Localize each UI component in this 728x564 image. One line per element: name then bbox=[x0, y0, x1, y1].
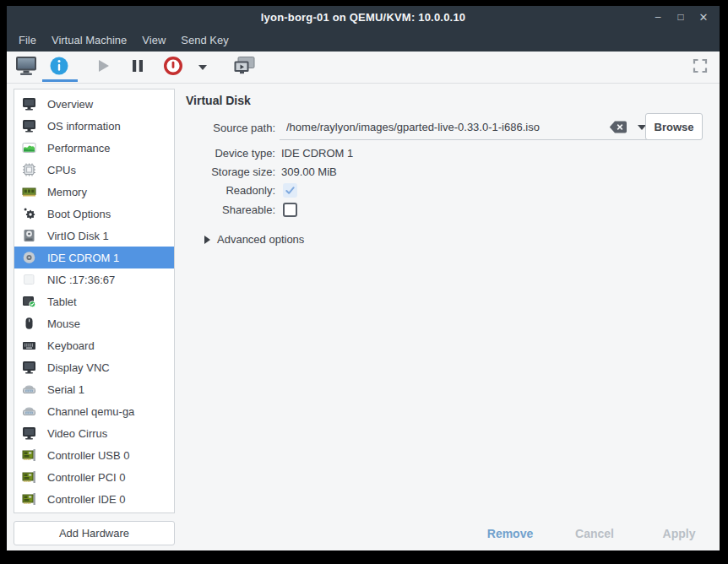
nic-faint-icon bbox=[22, 273, 36, 286]
advanced-options-expander[interactable]: Advanced options bbox=[204, 233, 304, 246]
shareable-row: Shareable: bbox=[186, 201, 297, 218]
monitor-dark-icon bbox=[22, 361, 36, 374]
shutdown-menu-button[interactable] bbox=[193, 55, 213, 80]
run-play-icon bbox=[94, 57, 112, 79]
titlebar[interactable]: lyon-borg-01 on QEMU/KVM: 10.0.0.10 – □ … bbox=[7, 6, 720, 28]
readonly-row: Readonly: bbox=[186, 182, 297, 198]
menu-virtual-machine[interactable]: Virtual Machine bbox=[44, 30, 134, 51]
sidebar-item-label: VirtIO Disk 1 bbox=[47, 230, 109, 242]
sidebar-item-label: IDE CDROM 1 bbox=[47, 252, 119, 264]
browse-button[interactable]: Browse bbox=[645, 113, 703, 140]
active-tab-underline bbox=[42, 79, 78, 82]
monitor-dark-icon bbox=[22, 426, 36, 440]
shareable-checkbox[interactable] bbox=[283, 203, 297, 217]
sidebar-item-ide-cdrom-1[interactable]: IDE CDROM 1 bbox=[14, 247, 174, 268]
sidebar-item-label: CPUs bbox=[47, 164, 76, 176]
run-button[interactable] bbox=[90, 55, 116, 80]
sidebar-item-performance[interactable]: Performance bbox=[14, 137, 174, 159]
source-path-input[interactable]: /home/raylyon/images/gparted-live-0.33.0… bbox=[280, 115, 651, 140]
advanced-options-label: Advanced options bbox=[217, 233, 304, 246]
sidebar-item-nic[interactable]: NIC :17:36:67 bbox=[14, 268, 174, 290]
maximize-button[interactable]: □ bbox=[673, 9, 688, 24]
cpu-chip-icon bbox=[22, 163, 36, 176]
sidebar-item-label: NIC :17:36:67 bbox=[47, 274, 115, 286]
shutdown-menu-caret-icon bbox=[198, 65, 207, 70]
sidebar-item-channel-qemu-ga[interactable]: Channel qemu-ga bbox=[14, 400, 174, 422]
fullscreen-icon bbox=[693, 58, 708, 77]
monitor-dark-icon bbox=[22, 97, 36, 111]
tablet-check-icon bbox=[22, 295, 36, 308]
window-controls: – □ ✕ bbox=[650, 6, 711, 28]
sidebar-item-label: Tablet bbox=[47, 296, 77, 308]
sidebar-item-overview[interactable]: Overview bbox=[14, 93, 174, 115]
sidebar-item-label: Memory bbox=[47, 186, 87, 198]
cancel-button[interactable]: Cancel bbox=[556, 523, 633, 545]
readonly-label: Readonly: bbox=[186, 184, 275, 197]
sidebar-item-boot-options[interactable]: Boot Options bbox=[14, 203, 174, 225]
vm-details-info-icon bbox=[48, 55, 70, 80]
storage-size-label: Storage size: bbox=[186, 165, 275, 178]
sidebar-item-label: OS information bbox=[47, 120, 121, 133]
hard-disk-icon bbox=[22, 229, 36, 242]
pause-button[interactable] bbox=[125, 55, 150, 80]
device-type-row: Device type: IDE CDROM 1 bbox=[186, 144, 353, 161]
menu-view[interactable]: View bbox=[134, 30, 173, 51]
fullscreen-button[interactable] bbox=[687, 55, 713, 80]
close-button[interactable]: ✕ bbox=[696, 9, 711, 24]
sidebar-item-video-cirrus[interactable]: Video Cirrus bbox=[14, 422, 174, 444]
add-hardware-button[interactable]: Add Hardware bbox=[14, 521, 175, 545]
device-type-label: Device type: bbox=[186, 147, 275, 160]
sidebar-item-display-vnc[interactable]: Display VNC bbox=[14, 356, 174, 378]
shareable-label: Shareable: bbox=[186, 203, 275, 216]
hardware-list: OverviewOS informationPerformanceCPUsMem… bbox=[14, 89, 175, 513]
menubar: File Virtual Machine View Send Key bbox=[7, 28, 720, 52]
sidebar-item-clipped-item[interactable] bbox=[14, 510, 174, 513]
sidebar-item-memory[interactable]: Memory bbox=[14, 181, 174, 203]
storage-size-value: 309.00 MiB bbox=[281, 165, 337, 178]
sidebar-item-label: Video Cirrus bbox=[47, 427, 107, 440]
show-console-button[interactable] bbox=[14, 55, 39, 80]
sidebar-item-label: Serial 1 bbox=[47, 383, 84, 396]
sidebar-item-cpus[interactable]: CPUs bbox=[14, 159, 174, 181]
sidebar-item-label: Mouse bbox=[47, 317, 80, 330]
sidebar-item-label: Channel qemu-ga bbox=[47, 405, 134, 418]
sidebar-item-label: Boot Options bbox=[47, 208, 111, 220]
console-monitor-icon bbox=[15, 56, 37, 79]
add-hardware-label: Add Hardware bbox=[59, 527, 129, 540]
window-title: lyon-borg-01 on QEMU/KVM: 10.0.0.10 bbox=[261, 11, 466, 24]
sidebar-item-virtio-disk-1[interactable]: VirtIO Disk 1 bbox=[14, 225, 174, 247]
sidebar-item-tablet[interactable]: Tablet bbox=[14, 290, 174, 312]
page-title: Virtual Disk bbox=[186, 94, 251, 107]
sidebar-item-label: Controller USB 0 bbox=[47, 449, 130, 462]
shutdown-button[interactable] bbox=[160, 55, 186, 80]
readonly-checkbox[interactable] bbox=[283, 183, 297, 198]
minimize-button[interactable]: – bbox=[650, 9, 666, 24]
sidebar-item-controller-ide-0[interactable]: Controller IDE 0 bbox=[14, 488, 174, 510]
virtual-machine-displays-button[interactable] bbox=[231, 55, 257, 80]
sidebar-item-controller-usb-0[interactable]: Controller USB 0 bbox=[14, 444, 174, 466]
toolbar bbox=[7, 52, 720, 84]
sidebar-item-label: Overview bbox=[47, 98, 93, 111]
controller-card-icon bbox=[22, 448, 36, 462]
sidebar-item-serial-1[interactable]: Serial 1 bbox=[14, 378, 174, 400]
source-path-row: Source path: /home/raylyon/images/gparte… bbox=[186, 114, 709, 141]
cdrom-disc-icon bbox=[22, 251, 36, 264]
memory-stick-icon bbox=[22, 185, 36, 198]
sidebar-item-mouse[interactable]: Mouse bbox=[14, 312, 174, 334]
menu-file[interactable]: File bbox=[11, 30, 44, 51]
sidebar-item-keyboard[interactable]: Keyboard bbox=[14, 334, 174, 356]
device-type-value: IDE CDROM 1 bbox=[281, 147, 353, 160]
remove-button[interactable]: Remove bbox=[471, 523, 549, 545]
clear-entry-icon[interactable] bbox=[609, 121, 627, 133]
sidebar-item-os-information[interactable]: OS information bbox=[14, 115, 174, 137]
gear-icon bbox=[22, 207, 36, 220]
show-hardware-details-button[interactable] bbox=[46, 55, 72, 80]
apply-button[interactable]: Apply bbox=[640, 523, 718, 545]
source-path-label: Source path: bbox=[186, 122, 275, 134]
menu-send-key[interactable]: Send Key bbox=[173, 30, 236, 51]
virtual-machine-displays-icon bbox=[233, 56, 256, 79]
sidebar-item-label: Keyboard bbox=[47, 339, 95, 352]
serial-device-icon bbox=[22, 382, 36, 396]
sidebar-item-label: Controller IDE 0 bbox=[47, 493, 125, 506]
sidebar-item-controller-pci-0[interactable]: Controller PCI 0 bbox=[14, 466, 174, 488]
